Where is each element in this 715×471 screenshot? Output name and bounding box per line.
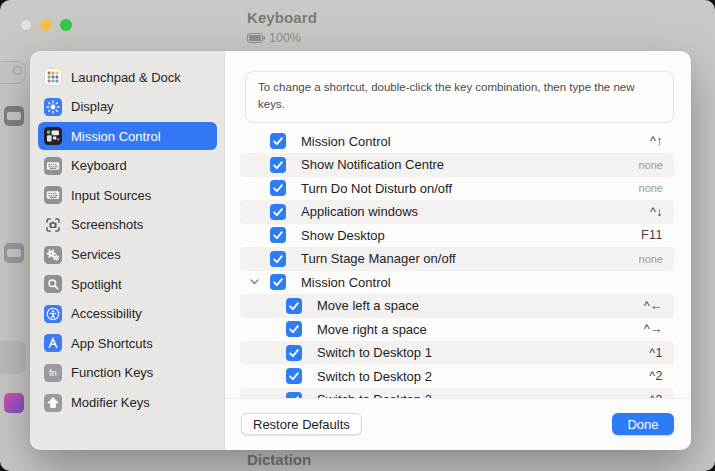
battery-icon	[247, 29, 266, 47]
shortcut-label: Switch to Desktop 3	[317, 392, 432, 397]
app-shortcuts-icon	[44, 334, 62, 352]
shortcut-row-show-notification-centre[interactable]: Show Notification Centre none	[240, 153, 674, 177]
shortcut-row-move-right-a-space[interactable]: Move right a space ^→	[240, 318, 674, 342]
hint-text: To change a shortcut, double-click the k…	[258, 81, 635, 110]
shortcut-label: Mission Control	[301, 275, 391, 290]
shortcut-row-show-desktop[interactable]: Show Desktop F11	[240, 224, 674, 248]
sidebar-item-spotlight[interactable]: Spotlight	[38, 270, 217, 298]
background-sidebar-icon	[4, 393, 24, 413]
sidebar-item-label: Launchpad & Dock	[71, 70, 181, 85]
shortcut-keys: ^↑	[650, 134, 663, 148]
disclosure-chevron-icon[interactable]	[249, 277, 260, 288]
keyboard-icon	[44, 157, 62, 175]
sidebar-item-launchpad-dock[interactable]: Launchpad & Dock	[38, 63, 217, 91]
shortcut-label: Move left a space	[317, 298, 419, 313]
sidebar-item-mission-control[interactable]: Mission Control	[38, 122, 217, 150]
modifier-keys-icon	[44, 394, 62, 412]
shortcut-checkbox[interactable]	[270, 157, 286, 173]
system-settings-window: Keyboard 100% Dictation Launchpad & Dock…	[0, 0, 715, 471]
sidebar-item-accessibility[interactable]: Accessibility	[38, 300, 217, 328]
shortcut-label: Move right a space	[317, 322, 427, 337]
search-icon	[13, 66, 22, 75]
background-sidebar-icon	[4, 243, 24, 263]
shortcut-checkbox[interactable]	[286, 298, 302, 314]
shortcut-checkbox[interactable]	[286, 368, 302, 384]
background-selected-row	[0, 341, 26, 374]
shortcut-checkbox[interactable]	[286, 345, 302, 361]
shortcut-keys: ^←	[644, 299, 663, 313]
shortcuts-content-pane: To change a shortcut, double-click the k…	[225, 51, 691, 450]
services-icon	[44, 246, 62, 264]
shortcut-row-turn-do-not-disturb-on-off[interactable]: Turn Do Not Disturb on/off none	[240, 177, 674, 201]
shortcut-keys: F11	[641, 228, 663, 242]
shortcut-row-application-windows[interactable]: Application windows ^↓	[240, 200, 674, 224]
shortcut-keys: ^→	[644, 322, 663, 336]
sidebar-item-label: Spotlight	[71, 277, 122, 292]
sidebar-item-label: Display	[71, 99, 114, 114]
shortcut-row-switch-to-desktop-3[interactable]: Switch to Desktop 3 ^3	[240, 388, 674, 398]
sidebar-item-screenshots[interactable]: Screenshots	[38, 211, 217, 239]
shortcut-keys: ^3	[649, 393, 663, 398]
shortcut-label: Switch to Desktop 1	[317, 345, 432, 360]
shortcut-list: Mission Control ^↑ Show Notification Cen…	[240, 130, 674, 398]
sidebar-item-services[interactable]: Services	[38, 241, 217, 269]
shortcut-checkbox[interactable]	[286, 392, 302, 398]
sidebar-item-keyboard[interactable]: Keyboard	[38, 152, 217, 180]
hint-box: To change a shortcut, double-click the k…	[245, 71, 674, 123]
shortcut-label: Application windows	[301, 204, 418, 219]
accessibility-icon	[44, 305, 62, 323]
shortcut-checkbox[interactable]	[270, 204, 286, 220]
sidebar-item-input-sources[interactable]: Input Sources	[38, 181, 217, 209]
sidebar-item-label: Function Keys	[71, 365, 153, 380]
sidebar-item-app-shortcuts[interactable]: App Shortcuts	[38, 329, 217, 357]
shortcut-checkbox[interactable]	[270, 133, 286, 149]
svg-text:fn: fn	[49, 368, 57, 378]
shortcut-row-mission-control[interactable]: Mission Control ^↑	[240, 130, 674, 154]
sidebar-item-label: App Shortcuts	[71, 336, 153, 351]
shortcut-checkbox[interactable]	[270, 274, 286, 290]
shortcut-label: Show Notification Centre	[301, 157, 444, 172]
battery-percentage: 100%	[269, 31, 301, 45]
shortcut-checkbox[interactable]	[270, 251, 286, 267]
zoom-button[interactable]	[60, 19, 72, 31]
shortcut-checkbox[interactable]	[270, 227, 286, 243]
shortcut-row-switch-to-desktop-2[interactable]: Switch to Desktop 2 ^2	[240, 365, 674, 389]
shortcut-checkbox[interactable]	[270, 180, 286, 196]
shortcut-keys: none	[639, 253, 663, 265]
screenshots-icon	[44, 216, 62, 234]
shortcut-label: Show Desktop	[301, 228, 385, 243]
shortcut-keys: ^↓	[650, 205, 663, 219]
shortcut-checkbox[interactable]	[286, 321, 302, 337]
sidebar-item-label: Services	[71, 247, 121, 262]
keyboard-shortcuts-sheet: Launchpad & Dock Display Mission Control…	[30, 51, 691, 450]
sidebar-item-label: Screenshots	[71, 217, 143, 232]
close-button	[20, 19, 32, 31]
page-title: Keyboard	[247, 9, 317, 26]
background-sidebar-icon	[4, 106, 24, 126]
shortcut-row-turn-stage-manager-on-off[interactable]: Turn Stage Manager on/off none	[240, 247, 674, 271]
shortcut-row-move-left-a-space[interactable]: Move left a space ^←	[240, 294, 674, 318]
shortcut-label: Switch to Desktop 2	[317, 369, 432, 384]
shortcut-row-switch-to-desktop-1[interactable]: Switch to Desktop 1 ^1	[240, 341, 674, 365]
sidebar-item-modifier-keys[interactable]: Modifier Keys	[38, 389, 217, 417]
sidebar-item-display[interactable]: Display	[38, 93, 217, 121]
shortcut-row-mission-control[interactable]: Mission Control	[240, 271, 674, 295]
sidebar-item-label: Keyboard	[71, 158, 127, 173]
sidebar-item-label: Accessibility	[71, 306, 142, 321]
sidebar-item-function-keys[interactable]: fn Function Keys	[38, 359, 217, 387]
minimize-button[interactable]	[40, 19, 52, 31]
shortcut-label: Turn Stage Manager on/off	[301, 251, 456, 266]
shortcut-keys: ^2	[649, 369, 663, 383]
shortcut-categories-sidebar: Launchpad & Dock Display Mission Control…	[30, 51, 225, 450]
done-button[interactable]: Done	[612, 413, 674, 435]
sidebar-item-label: Mission Control	[71, 129, 161, 144]
shortcut-keys: none	[639, 159, 663, 171]
background-page-header: Keyboard 100%	[247, 9, 317, 47]
shortcut-label: Turn Do Not Disturb on/off	[301, 181, 452, 196]
launchpad-icon	[44, 68, 62, 86]
restore-defaults-button[interactable]: Restore Defaults	[241, 413, 362, 435]
shortcut-keys: ^1	[649, 346, 663, 360]
function-keys-icon: fn	[44, 364, 62, 382]
shortcut-keys: none	[639, 182, 663, 194]
input-sources-icon	[44, 186, 62, 204]
